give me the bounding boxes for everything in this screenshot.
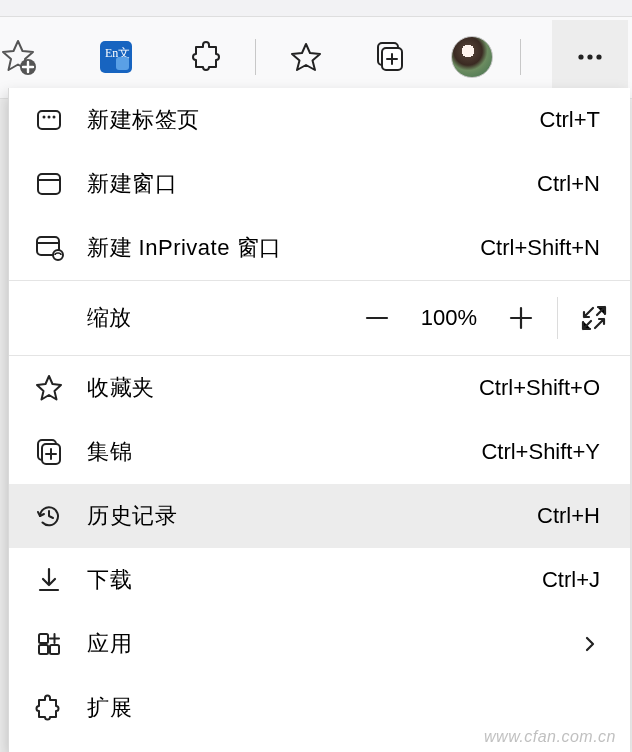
- chevron-right-icon: [580, 634, 600, 654]
- zoom-divider: [557, 297, 558, 339]
- fullscreen-button[interactable]: [568, 292, 620, 344]
- minus-icon: [363, 304, 391, 332]
- translate-button[interactable]: En文: [90, 31, 142, 83]
- menu-item-label: 应用: [87, 629, 132, 659]
- menu-item-apps[interactable]: 应用: [9, 612, 630, 676]
- favorites-button[interactable]: [280, 31, 332, 83]
- more-icon: [573, 40, 607, 74]
- menu-item-shortcut: Ctrl+N: [537, 171, 600, 197]
- star-icon: [290, 41, 322, 73]
- submenu-indicator: [580, 634, 600, 654]
- menu-item-label: 下载: [87, 565, 132, 595]
- collections-icon: [33, 436, 65, 468]
- toolbar-divider: [255, 39, 256, 75]
- watermark: www.cfan.com.cn: [484, 728, 616, 746]
- profile-button[interactable]: [446, 31, 498, 83]
- history-icon: [33, 500, 65, 532]
- apps-icon: [33, 628, 65, 660]
- window-icon: [33, 168, 65, 200]
- menu-item-shortcut: Ctrl+H: [537, 503, 600, 529]
- menu-item-collections[interactable]: 集锦 Ctrl+Shift+Y: [9, 420, 630, 484]
- extensions-button[interactable]: [182, 31, 234, 83]
- toolbar-divider: [520, 39, 521, 75]
- menu-item-shortcut: Ctrl+Shift+Y: [481, 439, 600, 465]
- browser-chrome: En文: [0, 0, 632, 99]
- fullscreen-icon: [579, 303, 609, 333]
- svg-point-12: [53, 116, 56, 119]
- puzzle-icon: [33, 692, 65, 724]
- collections-button[interactable]: [364, 31, 416, 83]
- menu-item-zoom: 缩放 100%: [9, 281, 630, 355]
- menu-item-shortcut: Ctrl+T: [540, 107, 601, 133]
- menu-item-label: 新建标签页: [87, 105, 200, 135]
- plus-icon: [507, 304, 535, 332]
- inprivate-icon: [33, 232, 65, 264]
- menu-item-new-window[interactable]: 新建窗口 Ctrl+N: [9, 152, 630, 216]
- download-icon: [33, 564, 65, 596]
- zoom-value: 100%: [409, 305, 489, 331]
- menu-item-downloads[interactable]: 下载 Ctrl+J: [9, 548, 630, 612]
- menu-item-new-inprivate[interactable]: 新建 InPrivate 窗口 Ctrl+Shift+N: [9, 216, 630, 280]
- zoom-out-button[interactable]: [351, 292, 403, 344]
- menu-item-shortcut: Ctrl+Shift+N: [480, 235, 600, 261]
- menu-item-history[interactable]: 历史记录 Ctrl+H: [9, 484, 630, 548]
- star-plus-icon: [0, 37, 38, 77]
- svg-point-6: [578, 54, 583, 59]
- star-icon: [33, 372, 65, 404]
- zoom-in-button[interactable]: [495, 292, 547, 344]
- svg-rect-26: [39, 634, 48, 643]
- menu-item-new-tab[interactable]: 新建标签页 Ctrl+T: [9, 88, 630, 152]
- menu-item-label: 新建窗口: [87, 169, 177, 199]
- menu-item-label: 集锦: [87, 437, 132, 467]
- svg-point-10: [43, 116, 46, 119]
- svg-rect-13: [38, 174, 60, 194]
- menu-item-favorites[interactable]: 收藏夹 Ctrl+Shift+O: [9, 356, 630, 420]
- menu-item-label: 新建 InPrivate 窗口: [87, 233, 282, 263]
- avatar: [451, 36, 493, 78]
- svg-rect-27: [50, 645, 59, 654]
- svg-rect-9: [38, 111, 60, 129]
- menu-item-label: 扩展: [87, 693, 132, 723]
- menu-item-label: 收藏夹: [87, 373, 155, 403]
- translate-icon: En文: [98, 39, 134, 75]
- menu-item-shortcut: Ctrl+J: [542, 567, 600, 593]
- svg-rect-28: [39, 645, 48, 654]
- menu-item-label: 历史记录: [87, 501, 177, 531]
- puzzle-icon: [192, 41, 224, 73]
- zoom-label: 缩放: [87, 303, 131, 333]
- svg-rect-3: [116, 57, 129, 70]
- svg-point-8: [596, 54, 601, 59]
- menu-item-shortcut: Ctrl+Shift+O: [479, 375, 600, 401]
- overflow-menu: 新建标签页 Ctrl+T 新建窗口 Ctrl+N 新建 InPrivate 窗口…: [8, 88, 630, 752]
- window-frame-strip: [0, 0, 632, 17]
- add-favorite-button[interactable]: [0, 31, 44, 83]
- toolbar: En文: [0, 16, 632, 98]
- new-tab-icon: [33, 104, 65, 136]
- more-menu-button[interactable]: [552, 20, 628, 94]
- svg-point-11: [48, 116, 51, 119]
- svg-point-7: [587, 54, 592, 59]
- collections-icon: [373, 40, 407, 74]
